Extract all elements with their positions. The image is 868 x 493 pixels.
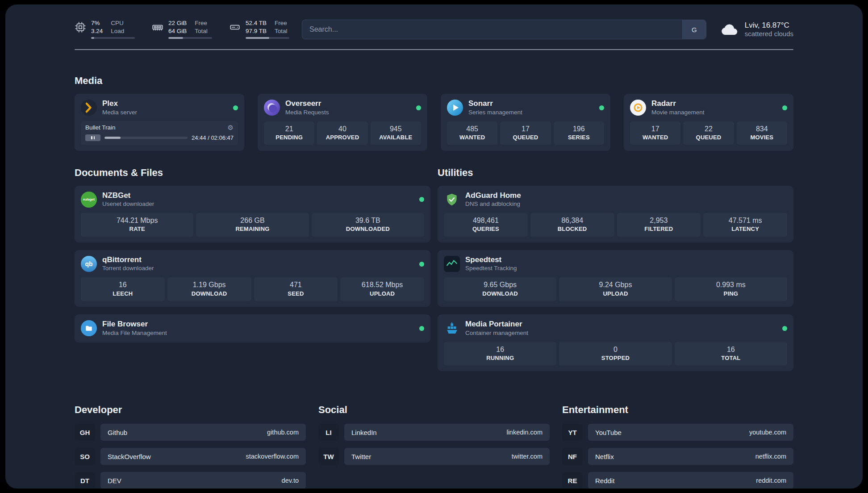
disk-free-value: 52.4 TB: [246, 20, 267, 27]
topbar: 7% 3.24 CPU Load: [75, 20, 793, 39]
bookmark-name: Twitter: [351, 453, 371, 460]
memory-free-value: 22 GiB: [168, 20, 187, 27]
stat-series: 196SERIES: [554, 121, 604, 145]
status-dot: [419, 197, 424, 202]
status-dot: [782, 326, 787, 331]
service-card-speedtest[interactable]: Speedtest Speedtest Tracking 9.65 GbpsDO…: [438, 250, 793, 307]
service-card-adguard[interactable]: AdGuard Home DNS and adblocking 498,461Q…: [438, 186, 793, 242]
section-title-entertainment: Entertainment: [562, 404, 793, 416]
bookmark-linkedin[interactable]: LI LinkedInlinkedin.com: [318, 424, 550, 441]
service-card-portainer[interactable]: Media Portainer Container management 16R…: [438, 314, 793, 371]
stat-approved: 40APPROVED: [317, 121, 367, 145]
stat-download: 9.65 GbpsDOWNLOAD: [444, 277, 556, 301]
stat-filtered: 2,953FILTERED: [617, 213, 701, 237]
bookmark-url: netflix.com: [755, 453, 786, 460]
bookmark-abbr: GH: [75, 424, 95, 441]
bookmark-reddit[interactable]: RE Redditreddit.com: [562, 472, 793, 489]
memory-bar: [168, 37, 212, 39]
service-card-nzbget[interactable]: nzbget NZBGet Usenet downloader 744.21 M…: [75, 186, 430, 242]
disk-total-label: Total: [275, 28, 288, 35]
cpu-label: CPU: [111, 20, 124, 27]
disk-free-label: Free: [275, 20, 288, 27]
weather-location: Lviv, 16.87°C: [745, 21, 793, 30]
bookmark-twitter[interactable]: TW Twittertwitter.com: [318, 448, 550, 465]
stat-queued: 17QUEUED: [500, 121, 551, 145]
sonarr-icon: [447, 100, 463, 116]
stat-ping: 0.993 msPING: [675, 277, 787, 301]
radarr-icon: [630, 100, 646, 116]
stat-wanted: 485WANTED: [447, 121, 497, 145]
plex-icon: [81, 100, 97, 116]
weather-text: Lviv, 16.87°C scattered clouds: [745, 21, 793, 38]
gear-icon[interactable]: ⚙: [228, 124, 234, 131]
bookmark-stackoverflow[interactable]: SO StackOverflowstackoverflow.com: [75, 448, 306, 465]
bookmark-name: YouTube: [595, 429, 622, 436]
memory-icon: [152, 21, 163, 33]
memory-total-value: 64 GiB: [168, 28, 187, 35]
bookmark-url: twitter.com: [512, 453, 542, 460]
status-dot: [419, 262, 424, 267]
stat-available: 945AVAILABLE: [371, 121, 421, 145]
status-dot: [233, 105, 238, 110]
portainer-icon: [444, 320, 460, 336]
section-title-documents: Documents & Files: [75, 167, 430, 179]
bookmark-url: stackoverflow.com: [246, 453, 299, 460]
status-dot: [599, 105, 604, 110]
section-title-developer: Developer: [75, 404, 306, 416]
bookmark-abbr: YT: [562, 424, 583, 441]
bookmark-url: dev.to: [282, 477, 299, 484]
section-title-utilities: Utilities: [438, 167, 793, 179]
bookmark-youtube[interactable]: YT YouTubeyoutube.com: [562, 424, 793, 441]
service-desc: Speedtest Tracking: [465, 265, 517, 272]
bookmark-name: StackOverflow: [108, 453, 151, 460]
service-card-overseerr[interactable]: Overseerr Media Requests 21PENDING 40APP…: [258, 94, 427, 151]
bookmark-github[interactable]: GH Githubgithub.com: [75, 424, 306, 441]
section-title-social: Social: [318, 404, 550, 416]
service-name: Plex: [102, 100, 137, 108]
search-input[interactable]: [302, 20, 682, 39]
section-social: Social LI LinkedInlinkedin.com TW Twitte…: [318, 404, 550, 489]
stat-seed: 471SEED: [254, 277, 338, 301]
bookmark-name: DEV: [108, 477, 121, 485]
service-desc: Usenet downloader: [102, 201, 154, 208]
topbar-divider: [75, 49, 793, 50]
bookmark-netflix[interactable]: NF Netflixnetflix.com: [562, 448, 793, 465]
weather-widget[interactable]: Lviv, 16.87°C scattered clouds: [720, 21, 793, 38]
bookmark-url: github.com: [267, 429, 299, 436]
cpu-icon: [75, 21, 86, 33]
service-card-qbittorrent[interactable]: qb qBittorrent Torrent downloader 16LEEC…: [75, 250, 430, 307]
adguard-icon: [444, 192, 460, 208]
service-card-radarr[interactable]: Radarr Movie management 17WANTED 22QUEUE…: [624, 94, 793, 151]
service-card-filebrowser[interactable]: File Browser Media File Management: [75, 314, 430, 343]
service-desc: Container management: [465, 330, 528, 337]
service-name: Sonarr: [468, 100, 522, 108]
service-name: Radarr: [651, 100, 705, 108]
playback-time: 24:44 / 02:06:47: [192, 134, 234, 141]
service-name: Overseerr: [285, 100, 329, 108]
playback-progress[interactable]: [104, 137, 188, 139]
cpu-load-label: Load: [111, 28, 124, 35]
screenshot-stage: 7% 3.24 CPU Load: [0, 0, 868, 493]
search-provider-button[interactable]: G: [682, 20, 706, 39]
service-card-sonarr[interactable]: Sonarr Series management 485WANTED 17QUE…: [441, 94, 610, 151]
service-name: Media Portainer: [465, 320, 528, 329]
service-card-plex[interactable]: Plex Media server Bullet Train ⚙ 24:44 /…: [75, 94, 244, 151]
memory-total-label: Total: [195, 28, 208, 35]
bookmark-abbr: NF: [562, 448, 583, 465]
bookmark-abbr: LI: [318, 424, 339, 441]
pause-button[interactable]: [85, 134, 100, 141]
status-dot: [782, 105, 787, 110]
plex-now-playing: Bullet Train ⚙ 24:44 / 02:06:47: [81, 121, 238, 145]
cpu-percent: 7%: [91, 20, 103, 27]
nzbget-icon: nzbget: [81, 192, 97, 208]
bookmark-name: Reddit: [595, 477, 614, 485]
stat-movies: 834MOVIES: [737, 121, 787, 145]
service-desc: DNS and adblocking: [465, 201, 521, 208]
service-name: NZBGet: [102, 192, 154, 200]
section-documents: Documents & Files nzbget NZBGet Usenet d…: [75, 167, 430, 343]
service-name: AdGuard Home: [465, 192, 521, 200]
filebrowser-icon: [81, 320, 97, 336]
bookmark-abbr: RE: [562, 472, 583, 489]
bookmark-dev[interactable]: DT DEVdev.to: [75, 472, 306, 489]
service-desc: Series management: [468, 109, 522, 116]
